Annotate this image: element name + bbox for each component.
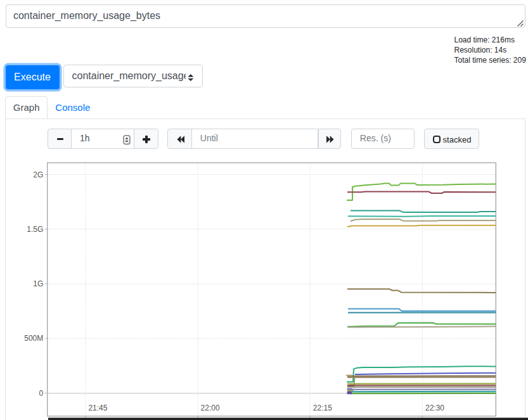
svg-text:1G: 1G bbox=[33, 279, 43, 288]
svg-text:22:30: 22:30 bbox=[425, 404, 444, 412]
svg-text:22:00: 22:00 bbox=[201, 404, 220, 412]
svg-text:22:15: 22:15 bbox=[313, 404, 332, 412]
svg-text:2G: 2G bbox=[33, 170, 43, 179]
svg-text:0: 0 bbox=[39, 389, 44, 398]
svg-text:500M: 500M bbox=[24, 334, 43, 343]
svg-text:21:45: 21:45 bbox=[88, 404, 107, 412]
svg-text:1.5G: 1.5G bbox=[27, 225, 43, 234]
